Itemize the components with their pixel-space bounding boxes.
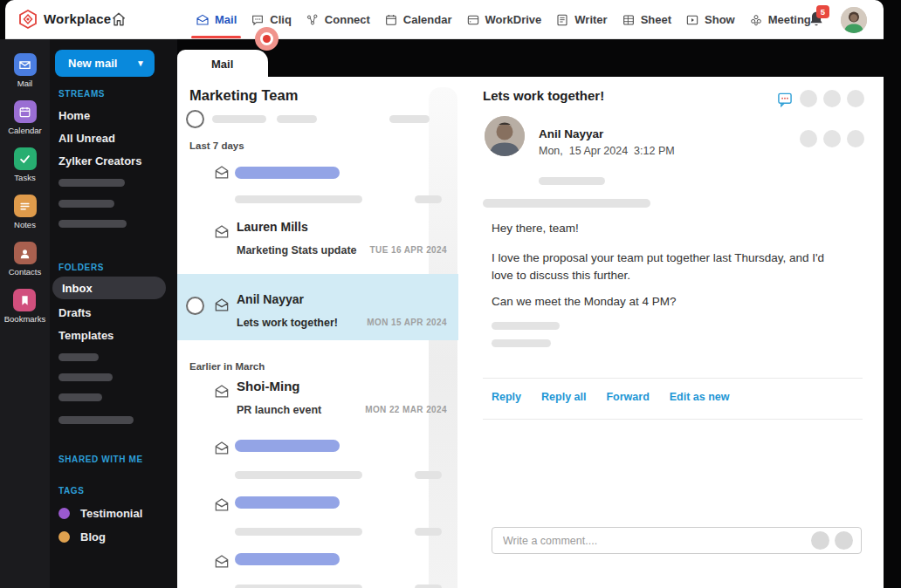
skeleton-bar [235,471,362,479]
edit-as-new-link[interactable]: Edit as new [670,391,730,403]
envelope-icon [212,383,231,400]
skeleton-bar [483,199,650,208]
comment-action-icon[interactable] [835,531,853,550]
top-bar: Workplace Mail Cliq Connect Calendar Wor… [5,0,884,39]
comments-icon[interactable] [776,91,794,108]
skeleton-email-row[interactable] [177,546,458,588]
nav-item-mail[interactable]: Mail [196,0,237,39]
email-row-anil-nayyar-selected[interactable]: Anil Nayyar Lets work together! MON 15 A… [177,274,458,340]
mail-icon [196,13,210,27]
skeleton-bar [58,353,99,361]
tag-testimonial[interactable]: Testimonial [58,507,142,520]
new-mail-button[interactable]: New mail ▼ [55,50,155,77]
nav-item-meeting[interactable]: Meeting [749,0,811,39]
rail-item-bookmarks[interactable]: Bookmarks [4,289,46,324]
skeleton-bar [58,179,125,187]
rail-item-contacts[interactable]: Contacts [9,242,42,277]
envelope-icon [212,297,231,314]
mail-app-icon [14,53,37,76]
sender-name: Anil Nayyar [539,127,603,140]
nav-item-connect[interactable]: Connect [306,0,370,39]
skeleton-bar [235,585,362,588]
body-paragraph: Hey there, team! [492,220,843,237]
nav-item-writer[interactable]: Writer [555,0,607,39]
reply-link[interactable]: Reply [492,391,521,403]
nav-item-sheet[interactable]: Sheet [622,0,671,39]
sender-avatar [485,116,525,156]
skeleton-email-row[interactable] [177,161,458,211]
chevron-down-icon[interactable]: ▼ [136,58,145,68]
nav-item-show[interactable]: Show [685,0,735,39]
body-paragraph: Can we meet the Monday at 4 PM? [492,293,843,311]
connect-icon [306,13,320,27]
workdrive-icon [466,13,480,27]
comment-input[interactable] [503,528,791,553]
toolbar-icon-placeholder[interactable] [800,90,817,107]
user-avatar[interactable] [841,7,867,33]
skeleton-bar [235,167,340,179]
nav-item-workdrive[interactable]: WorkDrive [466,0,542,39]
divider [483,419,863,420]
skeleton-bar [389,115,430,123]
toolbar-icon-placeholder[interactable] [823,90,841,107]
sheet-icon [622,13,636,27]
notification-badge: 5 [816,5,829,18]
avatar-photo [841,7,867,33]
skeleton-email-row[interactable] [177,433,458,487]
skeleton-bar [277,115,317,123]
divider [483,378,863,379]
email-row-lauren-mills[interactable]: Lauren Mills Marketing Stats update TUE … [177,218,458,269]
bookmarks-app-icon [13,289,36,311]
notifications-button[interactable]: 5 [807,9,829,31]
top-navigation: Mail Cliq Connect Calendar WorkDrive Wri… [196,0,811,39]
skeleton-email-row[interactable] [177,489,458,544]
email-select-radio[interactable] [186,297,204,315]
sidebar-item-templates[interactable]: Templates [58,329,113,342]
sidebar-item-drafts[interactable]: Drafts [58,306,92,319]
comment-action-icon[interactable] [811,531,829,550]
mail-tab[interactable]: Mail [177,50,268,78]
email-list-panel: Marketing Team Last 7 days Lauren Mills … [177,77,458,588]
select-all-radio[interactable] [186,110,204,128]
sidebar-item-all-unread[interactable]: All Unread [58,132,115,145]
sidebar-item-home[interactable]: Home [58,109,90,122]
skeleton-bar [235,528,362,536]
reading-pane: Lets work together! Anil Nayyar Mon, 15 … [458,77,884,588]
forward-link[interactable]: Forward [606,391,649,403]
toolbar-icon-placeholder[interactable] [800,130,817,147]
toolbar-icon-placeholder[interactable] [847,130,864,147]
home-icon[interactable] [110,10,127,28]
skeleton-bar [415,195,442,203]
skeleton-bar [235,496,340,509]
envelope-icon [212,223,231,241]
sidebar-item-zylker-creators[interactable]: Zylker Creators [58,154,141,168]
tag-color-dot [58,508,70,519]
toolbar-icon-placeholder[interactable] [823,130,841,147]
email-subject: Lets work together! [483,88,604,103]
envelope-icon [212,164,231,181]
reply-all-link[interactable]: Reply all [541,391,586,403]
group-label-recent: Last 7 days [189,140,244,151]
tag-blog[interactable]: Blog [58,530,106,544]
skeleton-bar [415,471,442,479]
envelope-icon [212,440,231,457]
skeleton-bar [235,195,362,203]
avatar-photo [485,116,525,156]
skeleton-bar [212,115,266,123]
email-actions: Reply Reply all Forward Edit as new [492,391,730,403]
skeleton-bar [539,177,605,185]
rail-item-mail[interactable]: Mail [14,53,37,88]
rail-item-calendar[interactable]: Calendar [8,100,42,135]
folders-section-label: FOLDERS [58,263,104,272]
zoho-logo-icon [17,9,38,30]
sidebar-item-inbox-selected[interactable]: Inbox [52,277,166,299]
tag-color-dot [58,531,70,543]
rail-item-tasks[interactable]: Tasks [14,147,37,182]
nav-item-calendar[interactable]: Calendar [384,0,452,39]
email-row-shoi-ming[interactable]: Shoi-Ming PR launch event MON 22 MAR 202… [177,377,458,427]
writer-icon [555,13,569,27]
rail-item-notes[interactable]: Notes [14,195,37,229]
click-cursor-indicator [255,27,279,51]
comment-box [492,527,862,554]
toolbar-icon-placeholder[interactable] [847,90,864,107]
